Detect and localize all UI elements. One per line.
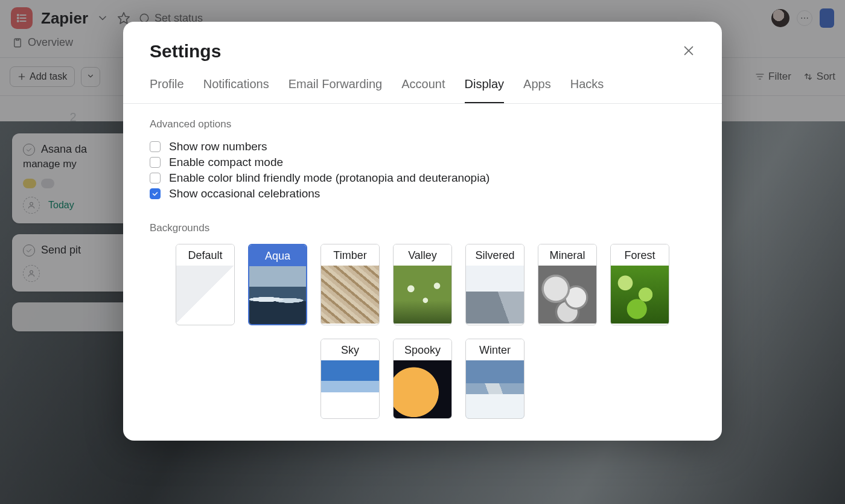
background-swatch (466, 360, 524, 418)
background-option-aqua[interactable]: Aqua (248, 244, 307, 325)
advanced-options-heading: Advanced options (150, 118, 695, 130)
background-label: Forest (611, 244, 669, 266)
option-row: Show occasional celebrations (150, 186, 695, 202)
background-label: Aqua (249, 245, 306, 266)
modal-body: Advanced options Show row numbersEnable … (123, 104, 722, 419)
modal-title: Settings (150, 41, 221, 62)
background-option-spooky[interactable]: Spooky (393, 339, 452, 419)
background-swatch (394, 360, 451, 418)
background-option-silvered[interactable]: Silvered (465, 244, 525, 325)
option-label: Enable compact mode (169, 156, 283, 169)
background-label: Mineral (538, 244, 596, 266)
background-label: Silvered (466, 244, 524, 266)
background-option-winter[interactable]: Winter (465, 339, 525, 419)
background-swatch (394, 266, 451, 324)
background-label: Sky (321, 339, 379, 360)
background-option-valley[interactable]: Valley (393, 244, 452, 325)
option-row: Enable color blind friendly mode (protan… (150, 170, 695, 186)
settings-modal: Settings ProfileNotificationsEmail Forwa… (123, 22, 722, 441)
background-label: Timber (321, 244, 379, 266)
background-label: Valley (394, 244, 451, 266)
backgrounds-grid: DefaultAquaTimberValleySilveredMineralFo… (150, 244, 695, 419)
background-swatch (611, 266, 669, 324)
background-swatch (249, 266, 306, 324)
modal-tabs: ProfileNotificationsEmail ForwardingAcco… (123, 68, 722, 104)
option-label: Enable color blind friendly mode (protan… (169, 171, 489, 185)
background-label: Spooky (394, 339, 451, 360)
settings-tab-email-forwarding[interactable]: Email Forwarding (289, 76, 383, 103)
background-label: Winter (466, 339, 524, 360)
background-swatch (321, 360, 379, 418)
background-swatch (538, 266, 596, 324)
backgrounds-heading: Backgrounds (150, 222, 695, 234)
checkbox[interactable] (150, 157, 161, 168)
background-option-sky[interactable]: Sky (320, 339, 380, 419)
option-row: Enable compact mode (150, 155, 695, 170)
option-row: Show row numbers (150, 139, 695, 155)
checkbox[interactable] (150, 188, 161, 199)
checkbox[interactable] (150, 141, 161, 152)
settings-tab-display[interactable]: Display (465, 76, 505, 103)
settings-tab-hacks[interactable]: Hacks (570, 76, 604, 103)
option-label: Show occasional celebrations (169, 187, 320, 200)
close-icon[interactable] (682, 44, 695, 59)
background-option-forest[interactable]: Forest (610, 244, 669, 325)
background-option-timber[interactable]: Timber (320, 244, 380, 325)
option-label: Show row numbers (169, 140, 267, 153)
background-option-mineral[interactable]: Mineral (538, 244, 597, 325)
background-label: Default (176, 244, 234, 266)
background-swatch (321, 266, 379, 324)
checkbox[interactable] (150, 173, 161, 183)
settings-tab-notifications[interactable]: Notifications (203, 76, 269, 103)
settings-tab-account[interactable]: Account (401, 76, 445, 103)
advanced-options-list: Show row numbersEnable compact modeEnabl… (150, 139, 695, 202)
background-option-default[interactable]: Default (176, 244, 235, 325)
background-swatch (176, 266, 234, 324)
settings-tab-apps[interactable]: Apps (523, 76, 551, 103)
modal-header: Settings (123, 22, 722, 68)
background-swatch (466, 266, 524, 324)
settings-tab-profile[interactable]: Profile (150, 76, 184, 103)
